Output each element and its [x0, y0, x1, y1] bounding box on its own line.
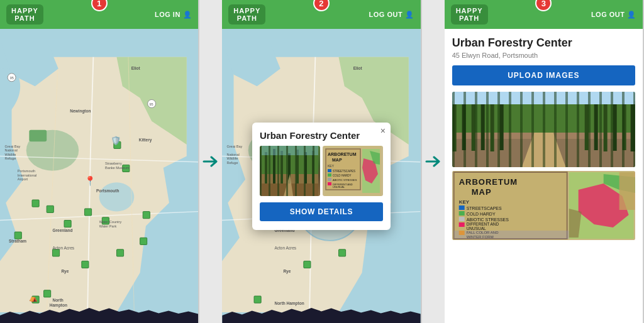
svg-rect-74	[288, 153, 291, 183]
detail-address: 45 Elwyn Road, Portsmouth	[452, 52, 635, 59]
svg-text:Airport: Airport	[18, 177, 28, 181]
svg-rect-103	[499, 97, 503, 150]
svg-rect-90	[328, 182, 331, 185]
svg-text:ABIOTIC STRESSES: ABIOTIC STRESSES	[333, 178, 357, 182]
logo-1[interactable]: HAPPY PATH	[6, 4, 43, 25]
svg-rect-88	[328, 178, 331, 181]
svg-rect-118	[458, 211, 464, 216]
popup-title: Urban Forestry Center	[260, 130, 383, 141]
logo-3[interactable]: HAPPY PATH	[451, 4, 488, 25]
svg-rect-11	[143, 212, 150, 219]
upload-images-button[interactable]: UPLOAD IMAGES	[452, 65, 635, 85]
logo-path-1: PATH	[14, 14, 35, 22]
logo-path-3: PATH	[459, 14, 479, 22]
popup-images: ARBORETUM MAP KEY STREETSCAPES COLD HARD…	[260, 146, 383, 196]
detail-title: Urban Forestry Center	[452, 36, 635, 50]
svg-rect-108	[622, 97, 626, 150]
svg-rect-96	[452, 136, 635, 167]
svg-rect-7	[116, 249, 123, 256]
svg-rect-102	[490, 98, 494, 151]
detail-arboretum-image: ARBORETUM MAP KEY STREETSCAPES COLD HARD…	[452, 171, 635, 240]
logout-label-3: LOG OUT	[591, 11, 625, 18]
svg-rect-14	[47, 205, 53, 212]
svg-text:Great Bay: Great Bay	[4, 145, 20, 148]
person-icon-2: 👤	[405, 11, 414, 19]
panel-1: HAPPY PATH 1 LOG IN 👤	[0, 0, 199, 323]
svg-rect-8	[52, 249, 59, 256]
svg-rect-16	[14, 232, 21, 239]
svg-rect-84	[328, 169, 331, 172]
svg-text:KEY: KEY	[328, 164, 335, 168]
logout-button-3[interactable]: LOG OUT 👤	[591, 11, 636, 19]
svg-rect-105	[594, 95, 597, 150]
svg-rect-9	[140, 238, 147, 244]
svg-rect-72	[273, 149, 275, 183]
arrow-2	[422, 0, 445, 323]
svg-rect-86	[328, 173, 331, 177]
svg-rect-70	[262, 174, 318, 183]
svg-text:STREETSCAPES: STREETSCAPES	[333, 170, 355, 173]
svg-text:Rye: Rye	[61, 269, 69, 274]
svg-text:Portsmouth: Portsmouth	[18, 169, 35, 173]
show-details-button[interactable]: SHOW DETAILS	[260, 202, 383, 221]
logo-2[interactable]: HAPPY PATH	[228, 4, 265, 25]
popup-close-button[interactable]: ×	[380, 126, 386, 135]
panel-1-header: HAPPY PATH 1 LOG IN 👤	[0, 0, 198, 29]
popup-overlay: × Urban Forestry Center	[222, 29, 420, 323]
svg-rect-120	[458, 217, 464, 221]
svg-rect-12	[84, 209, 91, 216]
logo-happy-2: HAPPY	[233, 7, 260, 14]
svg-text:ABIOTIC STRESSES: ABIOTIC STRESSES	[466, 217, 509, 222]
logout-label-2: LOG OUT	[369, 11, 403, 18]
detail-body: Urban Forestry Center 45 Elwyn Road, Por…	[445, 29, 643, 323]
svg-rect-100	[471, 99, 475, 151]
login-button[interactable]: LOG IN 👤	[155, 11, 192, 19]
svg-rect-73	[280, 151, 283, 183]
svg-text:Wildlife: Wildlife	[4, 153, 16, 156]
svg-rect-106	[603, 98, 607, 151]
logo-happy-1: HAPPY	[11, 7, 38, 14]
panel-2: HAPPY PATH 2 LOG OUT 👤	[222, 0, 421, 323]
svg-text:North: North	[52, 298, 63, 302]
svg-text:UNUSUAL: UNUSUAL	[466, 226, 486, 231]
svg-text:⛺: ⛺	[29, 293, 38, 302]
svg-text:95: 95	[10, 76, 14, 80]
step-badge-3: 3	[535, 0, 552, 11]
svg-text:📍: 📍	[84, 175, 96, 187]
svg-rect-69	[262, 180, 318, 196]
svg-rect-97	[452, 133, 635, 139]
svg-rect-5	[44, 290, 51, 297]
svg-text:🛡️: 🛡️	[111, 135, 121, 146]
svg-text:Newington: Newington	[70, 109, 91, 114]
logout-button-2[interactable]: LOG OUT 👤	[369, 11, 414, 19]
logo-happy-3: HAPPY	[456, 7, 483, 14]
svg-rect-75	[296, 150, 299, 183]
panel-3-header: HAPPY PATH 3 LOG OUT 👤	[445, 0, 643, 29]
svg-rect-122	[458, 222, 464, 227]
popup-forest-image	[260, 146, 320, 196]
svg-rect-129	[619, 172, 635, 210]
svg-text:ARBORETUM: ARBORETUM	[458, 177, 518, 187]
svg-rect-110	[452, 92, 635, 104]
svg-text:UNUSUAL: UNUSUAL	[333, 185, 345, 189]
svg-rect-104	[584, 97, 588, 150]
svg-text:Stratham: Stratham	[9, 239, 26, 243]
panel-3: HAPPY PATH 3 LOG OUT 👤 Urban Forestry Ce…	[445, 0, 644, 323]
svg-rect-71	[265, 152, 267, 183]
svg-text:Water Park: Water Park	[99, 224, 117, 228]
svg-text:Banke Museum: Banke Museum	[105, 166, 130, 170]
svg-rect-99	[462, 97, 465, 150]
svg-text:Water Country: Water Country	[99, 220, 122, 224]
svg-text:Portsmouth: Portsmouth	[96, 189, 119, 193]
step-badge-2: 2	[313, 0, 330, 11]
panel-2-map[interactable]: Greenland Water Country Water Park Rye N…	[222, 29, 420, 323]
svg-rect-109	[630, 101, 635, 151]
svg-text:95: 95	[149, 102, 153, 106]
svg-text:DIFFERENT AND: DIFFERENT AND	[466, 222, 499, 226]
svg-rect-95	[452, 104, 635, 167]
svg-rect-94	[452, 92, 635, 167]
logo-path-2: PATH	[237, 14, 257, 22]
step-badge-1: 1	[91, 0, 108, 11]
panel-1-map[interactable]: ⛺ 🛡️ 📍 Eliot Kittery Great Bay National …	[0, 29, 198, 323]
svg-text:MAP: MAP	[471, 187, 491, 197]
